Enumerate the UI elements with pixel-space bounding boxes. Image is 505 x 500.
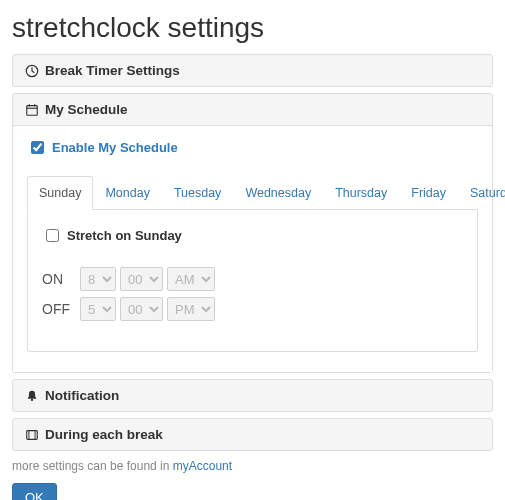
panel-break-timer-label: Break Timer Settings (45, 63, 180, 78)
tab-saturday[interactable]: Saturday (458, 176, 505, 210)
panel-during-break[interactable]: During each break (12, 418, 493, 451)
stretch-day-row[interactable]: Stretch on Sunday (42, 226, 463, 245)
footer-text: more settings can be found in myAccount (12, 459, 493, 473)
panel-notification-heading[interactable]: Notification (13, 380, 492, 411)
myaccount-link[interactable]: myAccount (173, 459, 232, 473)
panel-notification-label: Notification (45, 388, 119, 403)
bell-icon (25, 389, 39, 403)
on-ampm-select[interactable]: AM (167, 267, 215, 291)
off-time-row: OFF 5 00 PM (42, 297, 463, 321)
off-hour-select[interactable]: 5 (80, 297, 116, 321)
stretch-day-label: Stretch on Sunday (67, 228, 182, 243)
panel-schedule-heading[interactable]: My Schedule (13, 94, 492, 125)
panel-break-timer-heading[interactable]: Break Timer Settings (13, 55, 492, 86)
svg-rect-6 (27, 430, 38, 439)
enable-schedule-label: Enable My Schedule (52, 140, 178, 155)
page-title: stretchclock settings (12, 12, 493, 44)
panel-during-break-label: During each break (45, 427, 163, 442)
enable-schedule-row[interactable]: Enable My Schedule (27, 138, 478, 157)
clock-icon (25, 64, 39, 78)
on-hour-select[interactable]: 8 (80, 267, 116, 291)
svg-point-5 (31, 398, 33, 400)
on-time-row: ON 8 00 AM (42, 267, 463, 291)
panel-during-break-heading[interactable]: During each break (13, 419, 492, 450)
stretch-day-checkbox[interactable] (46, 229, 59, 242)
tab-content: Stretch on Sunday ON 8 00 AM OFF 5 00 PM (27, 210, 478, 352)
panel-schedule: My Schedule Enable My Schedule Sunday Mo… (12, 93, 493, 373)
svg-rect-1 (27, 105, 38, 115)
panel-notification[interactable]: Notification (12, 379, 493, 412)
day-tabs: Sunday Monday Tuesday Wednesday Thursday… (27, 175, 478, 210)
off-label: OFF (42, 301, 76, 317)
tab-friday[interactable]: Friday (399, 176, 458, 210)
enable-schedule-checkbox[interactable] (31, 141, 44, 154)
on-label: ON (42, 271, 76, 287)
off-ampm-select[interactable]: PM (167, 297, 215, 321)
tab-thursday[interactable]: Thursday (323, 176, 399, 210)
panel-schedule-label: My Schedule (45, 102, 128, 117)
tab-tuesday[interactable]: Tuesday (162, 176, 233, 210)
tab-monday[interactable]: Monday (93, 176, 161, 210)
film-icon (25, 428, 39, 442)
off-minute-select[interactable]: 00 (120, 297, 163, 321)
on-minute-select[interactable]: 00 (120, 267, 163, 291)
panel-break-timer[interactable]: Break Timer Settings (12, 54, 493, 87)
footer-text-prefix: more settings can be found in (12, 459, 173, 473)
tab-wednesday[interactable]: Wednesday (233, 176, 323, 210)
panel-schedule-body: Enable My Schedule Sunday Monday Tuesday… (13, 125, 492, 372)
calendar-icon (25, 103, 39, 117)
ok-button[interactable]: OK (12, 483, 57, 500)
tab-sunday[interactable]: Sunday (27, 176, 93, 210)
